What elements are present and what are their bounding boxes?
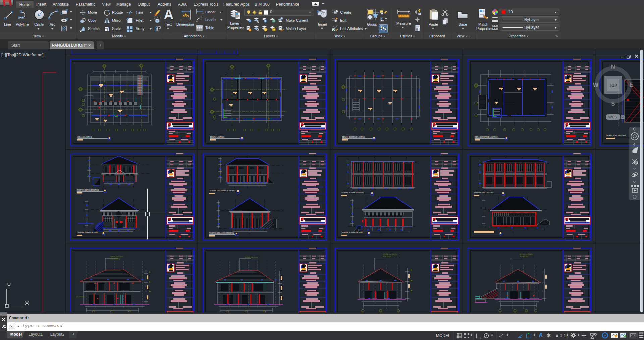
svg-text:LT. LANTAI 1: LT. LANTAI 1 — [76, 296, 85, 298]
svg-text:DENAH EXISTING LANTAI 2: DENAH EXISTING LANTAI 2 — [475, 136, 498, 138]
svg-text:TAMPAK KANAN DESAIN: TAMPAK KANAN DESAIN — [341, 231, 363, 233]
svg-text:TAMPAK BELAKANG EXISTING: TAMPAK BELAKANG EXISTING — [209, 190, 235, 192]
svg-text:S: S — [611, 101, 615, 107]
svg-text:DENAH ATAP EXISTING: DENAH ATAP EXISTING — [606, 134, 626, 136]
svg-text:TOP: TOP — [609, 83, 617, 88]
svg-text:DENAH EXISTING LANTAI 1: DENAH EXISTING LANTAI 1 — [342, 136, 365, 138]
svg-text:W: W — [593, 82, 599, 88]
svg-text:WCS: WCS — [608, 115, 617, 119]
svg-text:MINAK dan donia: MINAK dan donia — [245, 256, 258, 258]
svg-text:ATP BAJAI: ATP BAJAI — [383, 256, 391, 258]
svg-text:DENAH LANTAI 2: DENAH LANTAI 2 — [210, 136, 224, 138]
svg-text:TAMPAK KIRI EXISTING: TAMPAK KIRI EXISTING — [474, 192, 494, 194]
svg-text:DENAH LANTAI 1: DENAH LANTAI 1 — [77, 136, 92, 138]
svg-text:ATP BAJAI: ATP BAJAI — [520, 256, 528, 258]
svg-text:N: N — [611, 64, 615, 70]
svg-text:TAMPAK BELAKANG DESAIN: TAMPAK BELAKANG DESAIN — [209, 232, 234, 234]
svg-text:TAMPAK DEPAN DESAIN: TAMPAK DEPAN DESAIN — [77, 231, 98, 233]
svg-text:1:1: 1:1 — [560, 333, 566, 338]
svg-text:TAMPAK DEPAN EXISTING: TAMPAK DEPAN EXISTING — [77, 189, 99, 191]
svg-text:atap existing: atap existing — [110, 258, 120, 260]
svg-text:E: E — [629, 82, 633, 88]
svg-text:TAMPAK KANAN EXISTING: TAMPAK KANAN EXISTING — [341, 192, 364, 194]
